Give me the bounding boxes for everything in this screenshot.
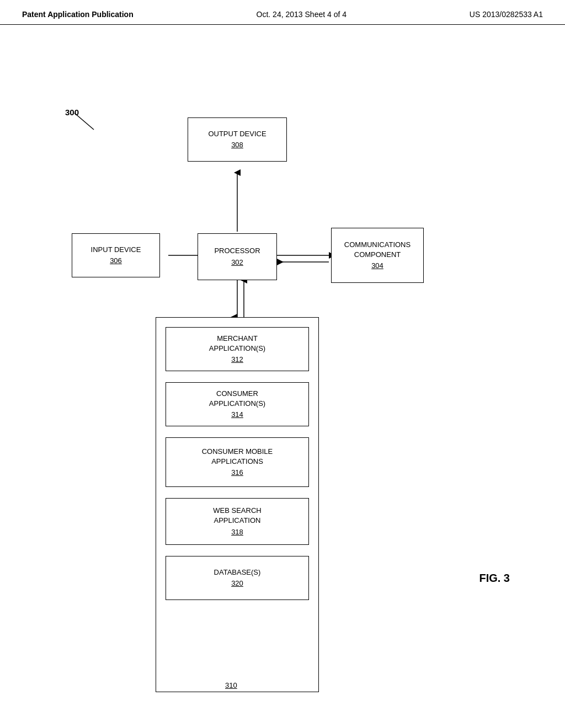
communications-label: COMMUNICATIONSCOMPONENT	[344, 240, 411, 260]
consumer-mobile-number: 316	[231, 468, 243, 478]
processor-label: PROCESSOR	[214, 246, 260, 256]
communications-box: COMMUNICATIONSCOMPONENT 304	[331, 228, 424, 283]
input-device-number: 306	[110, 256, 122, 266]
consumer-mobile-label: CONSUMER MOBILEAPPLICATIONS	[202, 447, 273, 467]
processor-box: PROCESSOR 302	[198, 233, 277, 280]
output-device-number: 308	[231, 140, 243, 150]
output-device-label: OUTPUT DEVICE	[208, 129, 266, 139]
communications-number: 304	[371, 261, 383, 271]
diagram-area: 300 OUTPUT DEVICE 308 PROCESSOR 302 INPU…	[0, 25, 565, 703]
web-search-number: 318	[231, 527, 243, 537]
consumer-app-box: CONSUMERAPPLICATION(S) 314	[166, 382, 309, 426]
ref-arrow	[72, 110, 99, 132]
consumer-app-label: CONSUMERAPPLICATION(S)	[209, 389, 265, 409]
header-center: Oct. 24, 2013 Sheet 4 of 4	[257, 10, 347, 19]
merchant-app-box: MERCHANTAPPLICATION(S) 312	[166, 327, 309, 371]
database-box: DATABASE(S) 320	[166, 556, 309, 600]
merchant-app-number: 312	[231, 355, 243, 365]
web-search-box: WEB SEARCHAPPLICATION 318	[166, 498, 309, 545]
processor-number: 302	[231, 258, 243, 267]
consumer-mobile-box: CONSUMER MOBILEAPPLICATIONS 316	[166, 437, 309, 487]
fig-label: FIG. 3	[479, 572, 510, 585]
consumer-app-number: 314	[231, 410, 243, 420]
header-right: US 2013/0282533 A1	[470, 10, 543, 19]
page-header: Patent Application Publication Oct. 24, …	[0, 0, 565, 25]
input-device-label: INPUT DEVICE	[91, 245, 141, 255]
merchant-app-label: MERCHANTAPPLICATION(S)	[209, 334, 265, 354]
svg-line-10	[74, 113, 94, 130]
web-search-label: WEB SEARCHAPPLICATION	[213, 506, 261, 526]
database-number: 320	[231, 579, 243, 588]
database-label: DATABASE(S)	[214, 568, 261, 577]
output-device-box: OUTPUT DEVICE 308	[188, 117, 287, 162]
header-left: Patent Application Publication	[22, 10, 134, 19]
container-310-number: 310	[225, 681, 237, 689]
input-device-box: INPUT DEVICE 306	[72, 233, 160, 277]
